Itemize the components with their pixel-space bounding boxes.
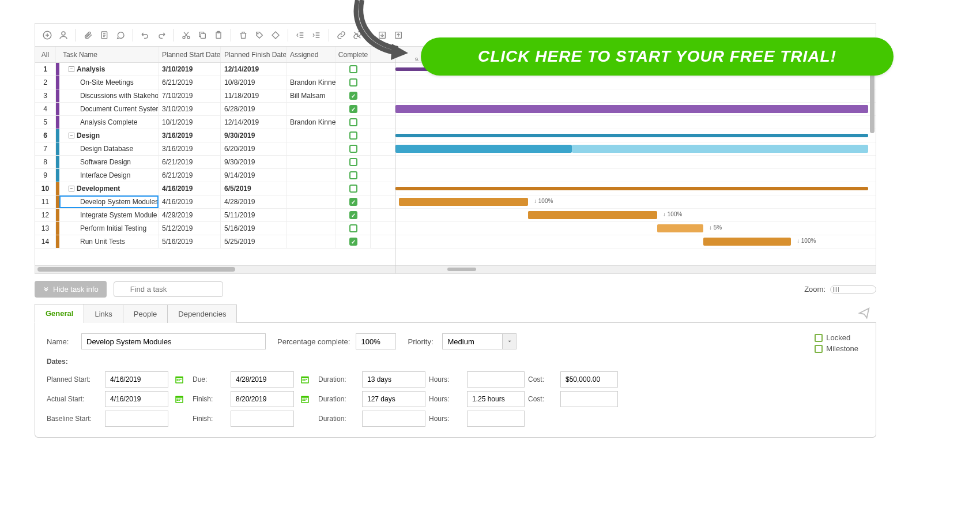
assigned-cell[interactable] bbox=[287, 103, 336, 115]
comment-icon[interactable] bbox=[114, 29, 127, 42]
cta-banner[interactable]: CLICK HERE TO START YOUR FREE TRIAL! bbox=[421, 37, 894, 76]
calendar-icon[interactable] bbox=[172, 391, 187, 407]
delete-icon[interactable] bbox=[237, 29, 250, 42]
task-name-cell[interactable]: Analysis Complete bbox=[59, 116, 159, 129]
assigned-cell[interactable]: Bill Malsam bbox=[287, 89, 336, 102]
end-cell[interactable]: 12/14/2019 bbox=[221, 63, 287, 76]
calendar-icon[interactable] bbox=[297, 391, 312, 407]
complete-checkbox[interactable] bbox=[349, 131, 357, 140]
table-row[interactable]: 6−Design3/16/20199/30/2019 bbox=[35, 129, 395, 142]
send-icon[interactable] bbox=[858, 307, 870, 319]
start-cell[interactable]: 7/10/2019 bbox=[159, 89, 221, 102]
gantt-bar[interactable] bbox=[703, 238, 791, 246]
start-cell[interactable]: 3/10/2019 bbox=[159, 63, 221, 76]
assigned-cell[interactable] bbox=[287, 169, 336, 182]
name-input[interactable] bbox=[81, 333, 266, 349]
table-row[interactable]: 14Run Unit Tests5/16/20195/25/2019✓ bbox=[35, 235, 395, 249]
calendar-icon[interactable] bbox=[297, 371, 312, 388]
baseline-start-input[interactable] bbox=[105, 411, 168, 427]
locked-checkbox[interactable] bbox=[815, 334, 823, 342]
table-row[interactable]: 11Develop System Modules4/16/20194/28/20… bbox=[35, 195, 395, 209]
start-cell[interactable]: 6/21/2019 bbox=[159, 156, 221, 168]
table-row[interactable]: 7Design Database3/16/20196/20/2019 bbox=[35, 142, 395, 156]
gantt-bar[interactable] bbox=[528, 211, 657, 219]
zoom-slider[interactable] bbox=[830, 285, 876, 294]
col-header-all[interactable]: All bbox=[35, 47, 56, 62]
end-cell[interactable]: 6/28/2019 bbox=[221, 103, 287, 115]
col-header-name[interactable]: Task Name bbox=[59, 47, 159, 62]
bfinish-input[interactable] bbox=[231, 411, 294, 427]
pct-input[interactable] bbox=[356, 333, 396, 349]
assigned-cell[interactable] bbox=[287, 195, 336, 208]
start-cell[interactable]: 4/16/2019 bbox=[159, 182, 221, 195]
start-cell[interactable]: 6/21/2019 bbox=[159, 169, 221, 182]
start-cell[interactable]: 5/12/2019 bbox=[159, 222, 221, 235]
actual-start-input[interactable] bbox=[105, 391, 168, 407]
end-cell[interactable]: 11/18/2019 bbox=[221, 89, 287, 102]
start-cell[interactable]: 4/29/2019 bbox=[159, 209, 221, 221]
task-name-cell[interactable]: Software Design bbox=[59, 156, 159, 168]
start-cell[interactable]: 3/10/2019 bbox=[159, 103, 221, 115]
start-cell[interactable]: 6/21/2019 bbox=[159, 76, 221, 89]
col-header-start[interactable]: Planned Start Date bbox=[159, 47, 221, 62]
note-icon[interactable] bbox=[98, 29, 111, 42]
table-hscroll[interactable] bbox=[35, 265, 395, 273]
complete-checkbox[interactable] bbox=[349, 118, 357, 126]
task-name-cell[interactable]: −Design bbox=[59, 129, 159, 142]
start-cell[interactable]: 10/1/2019 bbox=[159, 116, 221, 129]
col-header-finish[interactable]: Planned Finish Date bbox=[221, 47, 287, 62]
ahours-input[interactable] bbox=[467, 391, 525, 407]
complete-checkbox[interactable] bbox=[349, 158, 357, 166]
attachment-icon[interactable] bbox=[82, 29, 95, 42]
assigned-cell[interactable] bbox=[287, 63, 336, 76]
complete-checkbox[interactable]: ✓ bbox=[349, 211, 357, 219]
gantt-bar[interactable] bbox=[572, 145, 868, 153]
table-row[interactable]: 12Integrate System Module4/29/20195/11/2… bbox=[35, 209, 395, 222]
planned-start-input[interactable] bbox=[105, 371, 168, 388]
complete-checkbox[interactable]: ✓ bbox=[349, 92, 357, 100]
table-row[interactable]: 4Document Current System3/10/20196/28/20… bbox=[35, 103, 395, 116]
assigned-cell[interactable] bbox=[287, 142, 336, 155]
user-icon[interactable] bbox=[57, 29, 70, 42]
end-cell[interactable]: 5/16/2019 bbox=[221, 222, 287, 235]
phours-input[interactable] bbox=[467, 371, 525, 388]
complete-checkbox[interactable]: ✓ bbox=[349, 105, 357, 113]
bduration-input[interactable] bbox=[362, 411, 425, 427]
task-name-cell[interactable]: Design Database bbox=[59, 142, 159, 155]
end-cell[interactable]: 5/11/2019 bbox=[221, 209, 287, 221]
task-name-cell[interactable]: On-Site Meetings bbox=[59, 76, 159, 89]
diamond-icon[interactable] bbox=[269, 29, 282, 42]
pduration-input[interactable] bbox=[362, 371, 425, 388]
cut-icon[interactable] bbox=[180, 29, 193, 42]
start-cell[interactable]: 5/16/2019 bbox=[159, 235, 221, 248]
end-cell[interactable]: 6/5/2019 bbox=[221, 182, 287, 195]
start-cell[interactable]: 4/16/2019 bbox=[159, 195, 221, 208]
tab-links[interactable]: Links bbox=[84, 304, 123, 323]
gantt-bar[interactable] bbox=[395, 187, 868, 190]
add-icon[interactable] bbox=[41, 29, 54, 42]
start-cell[interactable]: 3/16/2019 bbox=[159, 142, 221, 155]
bhours-input[interactable] bbox=[467, 411, 525, 427]
assigned-cell[interactable] bbox=[287, 222, 336, 235]
end-cell[interactable]: 12/14/2019 bbox=[221, 116, 287, 129]
acost-input[interactable] bbox=[560, 391, 618, 407]
task-name-cell[interactable]: Discussions with Stakehol bbox=[59, 89, 159, 102]
table-row[interactable]: 9Interface Design6/21/20199/14/2019 bbox=[35, 169, 395, 182]
hide-task-info-button[interactable]: Hide task info bbox=[35, 281, 107, 298]
gantt-bar[interactable] bbox=[657, 224, 703, 232]
task-name-cell[interactable]: Interface Design bbox=[59, 169, 159, 182]
paste-icon[interactable] bbox=[212, 29, 225, 42]
tab-people[interactable]: People bbox=[123, 304, 168, 323]
complete-checkbox[interactable]: ✓ bbox=[349, 198, 357, 206]
assigned-cell[interactable]: Brandon Kinney bbox=[287, 116, 336, 129]
end-cell[interactable]: 9/30/2019 bbox=[221, 129, 287, 142]
table-row[interactable]: 3Discussions with Stakehol7/10/201911/18… bbox=[35, 89, 395, 103]
priority-select[interactable] bbox=[442, 333, 503, 349]
complete-checkbox[interactable]: ✓ bbox=[349, 238, 357, 246]
col-header-assigned[interactable]: Assigned bbox=[287, 47, 336, 62]
gantt-chart[interactable]: 9. 15 '1 ↓ 100%↓ 100%↓ 5%↓ 100% bbox=[395, 47, 876, 273]
undo-icon[interactable] bbox=[139, 29, 152, 42]
gantt-bar[interactable] bbox=[399, 198, 528, 206]
assigned-cell[interactable] bbox=[287, 182, 336, 195]
complete-checkbox[interactable] bbox=[349, 145, 357, 153]
